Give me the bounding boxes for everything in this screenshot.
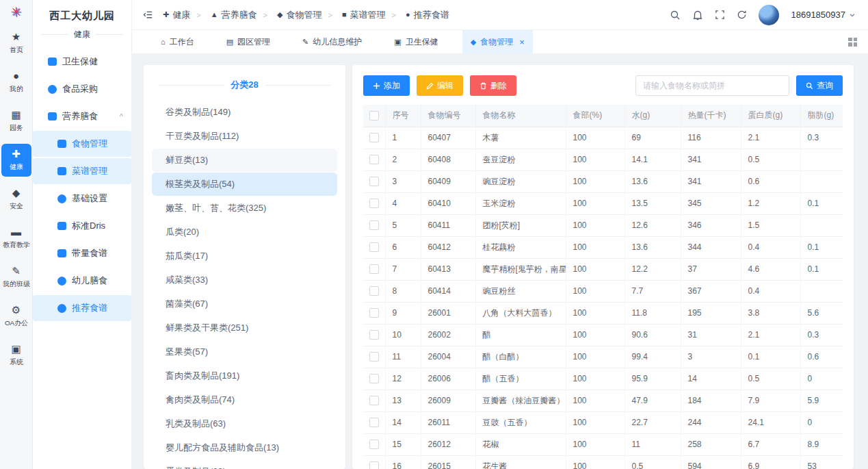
table-row[interactable]: 16 26015 花生酱 100 0.5 594 6.9 53 <box>363 455 843 469</box>
row-checkbox[interactable] <box>369 264 379 274</box>
row-checkbox[interactable] <box>369 418 379 427</box>
sidebar-menu-item[interactable]: 菜谱管理 <box>33 158 131 184</box>
user-avatar[interactable] <box>759 5 779 25</box>
row-checkbox[interactable] <box>369 396 379 405</box>
row-checkbox[interactable] <box>369 286 379 296</box>
breadcrumb-item[interactable]: ◆ 食物管理 <box>257 9 322 21</box>
breadcrumb-item[interactable]: ▲ 营养膳食 <box>190 9 257 21</box>
sidebar-menu-item[interactable]: 带量食谱 <box>33 240 131 266</box>
table-row[interactable]: 2 60408 蚕豆淀粉 100 14.1 341 0.5 <box>363 149 843 170</box>
app-logo-icon[interactable]: ✳ <box>11 5 22 18</box>
sidebar-menu-item[interactable]: 推荐食谱 <box>33 295 131 321</box>
row-checkbox[interactable] <box>369 461 379 469</box>
plus-icon <box>373 82 380 90</box>
search-icon[interactable] <box>670 10 681 21</box>
table-row[interactable]: 8 60414 豌豆粉丝 100 7.7 367 0.4 <box>363 280 843 302</box>
delete-button[interactable]: 删除 <box>470 75 516 96</box>
category-item[interactable]: 咸菜类(33) <box>152 268 337 292</box>
nutrition-diet-icon <box>48 112 57 121</box>
row-checkbox[interactable] <box>369 330 379 340</box>
rail-item[interactable]: ▣ 系统 <box>1 339 31 372</box>
row-checkbox[interactable] <box>369 177 379 186</box>
user-menu[interactable]: 18691850937 <box>791 10 856 20</box>
edit-button[interactable]: 编辑 <box>417 75 463 96</box>
rail-item[interactable]: ⚙ OA办公 <box>1 300 31 333</box>
category-item[interactable]: 鲜果类及干果类(251) <box>152 316 337 340</box>
row-checkbox[interactable] <box>369 374 379 383</box>
page-tab[interactable]: ⌂ 工作台 <box>153 30 209 53</box>
sidebar-menu-item[interactable]: 卫生保健 <box>33 49 131 75</box>
sidebar-menu-item[interactable]: 幼儿膳食 <box>33 268 131 294</box>
category-item[interactable]: 菌藻类(67) <box>152 292 337 316</box>
table-row[interactable]: 15 26012 花椒 100 11 258 6.7 8.9 <box>363 433 843 455</box>
cell-water: 95.9 <box>624 368 681 390</box>
category-panel-title: 分类28 <box>231 79 258 91</box>
table-row[interactable]: 6 60412 桂花藕粉 100 13.6 344 0.4 0.1 <box>363 236 843 258</box>
table-row[interactable]: 1 60407 木薯 100 69 116 2.1 0.3 <box>363 127 843 149</box>
rail-item[interactable]: ● 我的 <box>1 66 31 99</box>
category-item[interactable]: 乳类及制品(63) <box>152 412 337 435</box>
rail-item[interactable]: ★ 首页 <box>1 27 31 60</box>
category-item[interactable]: 瓜类(20) <box>152 220 337 244</box>
rail-item[interactable]: ✎ 我的班级 <box>1 261 31 294</box>
row-checkbox[interactable] <box>369 199 379 208</box>
table-row[interactable]: 9 26001 八角（大料大茴香） 100 11.8 195 3.8 5.6 <box>363 302 843 324</box>
table-row[interactable]: 13 26009 豆瓣酱（辣油豆瓣酱） 100 47.9 184 7.9 5.9 <box>363 390 843 411</box>
table-row[interactable]: 14 26011 豆豉（五香） 100 22.7 244 24.1 0 <box>363 411 843 433</box>
category-item[interactable]: 畜肉类及制品(191) <box>152 364 337 388</box>
sidebar-menu-item[interactable]: 食品采购 <box>33 76 131 102</box>
row-checkbox[interactable] <box>369 133 379 142</box>
row-checkbox[interactable] <box>369 308 379 318</box>
category-item[interactable]: 婴儿配方食品及辅助食品(13) <box>152 436 337 459</box>
refresh-icon[interactable] <box>737 10 747 20</box>
category-item[interactable]: 鲜豆类(13) <box>152 149 337 172</box>
collapse-sidebar-icon[interactable] <box>143 10 153 20</box>
table-row[interactable]: 12 26006 醋（五香） 100 95.9 14 0.5 0 <box>363 368 843 390</box>
tab-options-grid-icon[interactable] <box>848 38 857 47</box>
sidebar-menu-item[interactable]: 标准Dris <box>33 213 131 239</box>
rail-item[interactable]: ◆ 安全 <box>1 183 31 216</box>
table-row[interactable]: 4 60410 玉米淀粉 100 13.5 345 1.2 0.1 <box>363 192 843 214</box>
category-item[interactable]: 茄瓜类(17) <box>152 244 337 268</box>
table-row[interactable]: 5 60411 团粉[芡粉] 100 12.6 346 1.5 <box>363 214 843 236</box>
row-checkbox[interactable] <box>369 220 379 230</box>
category-item[interactable]: 谷类及制品(149) <box>152 101 337 124</box>
sidebar-menu-item[interactable]: 食物管理 <box>33 131 131 157</box>
fullscreen-icon[interactable] <box>715 10 725 20</box>
row-checkbox[interactable] <box>369 155 379 164</box>
rail-item[interactable]: ✚ 健康 <box>1 144 31 177</box>
category-item[interactable]: 嫩茎、叶、苔、花类(325) <box>152 197 337 220</box>
row-checkbox[interactable] <box>369 352 379 362</box>
category-item[interactable]: 干豆类及制品(112) <box>152 125 337 148</box>
page-tab[interactable]: ✎ 幼儿信息维护 <box>294 30 376 53</box>
search-button[interactable]: 查询 <box>796 75 843 96</box>
breadcrumb-item[interactable]: ● 推荐食谱 <box>386 9 449 21</box>
tab-close-icon[interactable]: × <box>519 37 525 47</box>
row-checkbox[interactable] <box>369 242 379 252</box>
table-row[interactable]: 10 26002 醋 100 90.6 31 2.1 0.3 <box>363 324 843 346</box>
add-button[interactable]: 添加 <box>363 75 410 96</box>
breadcrumb-item[interactable]: ✚ 健康 <box>163 9 190 21</box>
table-row[interactable]: 3 60409 豌豆淀粉 100 13.6 341 0.6 <box>363 170 843 192</box>
category-item[interactable]: 禽肉类及制品(74) <box>152 388 337 411</box>
sidebar-menu-item[interactable]: 基础设置 <box>33 186 131 212</box>
page-tab[interactable]: ▣ 卫生保健 <box>386 30 452 53</box>
table-row[interactable]: 7 60413 魔芋精粉[鬼芋粉，南星粉] 100 12.2 37 4.6 0.… <box>363 258 843 280</box>
table-row[interactable]: 11 26004 醋（白醋） 100 99.4 3 0.1 0.6 <box>363 346 843 368</box>
category-item[interactable]: 根茎类及制品(54) <box>152 173 337 196</box>
safety-icon: ◆ <box>12 188 21 198</box>
category-item[interactable]: 蛋类及制品(29) <box>152 460 337 469</box>
page-tab[interactable]: ▤ 园区管理 <box>218 30 285 53</box>
category-item[interactable]: 坚果类(57) <box>152 340 337 364</box>
breadcrumb-item[interactable]: ■ 菜谱管理 <box>321 9 385 21</box>
food-search-input[interactable] <box>635 75 789 96</box>
select-all-checkbox[interactable] <box>369 111 379 121</box>
sidebar-menu-item[interactable]: 营养膳食 ^ <box>33 103 131 129</box>
page-tab[interactable]: ◆ 食物管理 × <box>462 30 533 53</box>
bell-icon[interactable] <box>692 10 703 21</box>
cell-edible: 100 <box>566 433 624 455</box>
rail-item[interactable]: ▬ 教育教学 <box>1 222 31 255</box>
tab-label: 食物管理 <box>480 36 513 48</box>
rail-item[interactable]: ▦ 园务 <box>1 105 31 138</box>
row-checkbox[interactable] <box>369 440 379 449</box>
